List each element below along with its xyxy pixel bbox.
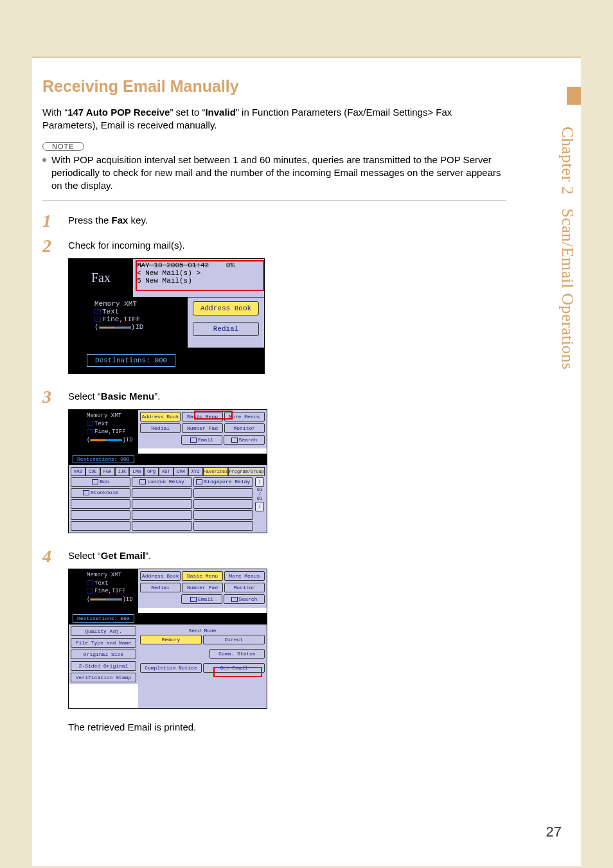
id-meter: ()ID	[94, 323, 188, 331]
scroll-up-button[interactable]: ↑	[255, 477, 264, 487]
memory-xmt: Memory XMT	[87, 571, 138, 580]
text-icon	[87, 421, 93, 426]
number-pad-button[interactable]: Number Pad	[182, 423, 222, 433]
contact-empty[interactable]	[132, 488, 191, 498]
original-size-button[interactable]: Original Size	[71, 650, 136, 659]
contact-item[interactable]: Singapore Relay	[193, 477, 253, 487]
quality-adj-button[interactable]: Quality Adj.	[71, 626, 136, 636]
basic-menu-button[interactable]: Basic Menu	[182, 571, 222, 581]
monitor-button[interactable]: Monitor	[224, 583, 265, 592]
address-book-button[interactable]: Address Book	[140, 571, 181, 581]
tab[interactable]: IJK	[115, 467, 130, 476]
meter	[90, 598, 122, 601]
destinations-box: Destinations: 000	[73, 614, 134, 623]
step-num: 3	[42, 388, 68, 406]
contact-empty[interactable]	[71, 521, 130, 531]
tab-favorites[interactable]: Favorites	[203, 467, 229, 476]
contact-item[interactable]: Bob	[71, 477, 130, 487]
note-badge: NOTE	[42, 142, 84, 151]
tab[interactable]: LMN	[129, 467, 144, 476]
step-4-tail: The retrieved Email is printed.	[68, 722, 506, 732]
figure-get-email: Memory XMT Text Fine,TIFF ()ID Address B…	[68, 569, 267, 709]
meter	[90, 439, 122, 441]
step-2: 2 Check for incoming mail(s). Fax MAY 18…	[42, 237, 506, 382]
mode-text: Text	[94, 308, 188, 315]
comm-status-button[interactable]: Comm. Status	[209, 649, 265, 659]
figure-fax-panel: Fax MAY 18 2005 01:42 0% < New Mail(s) >…	[68, 258, 265, 374]
note-text: With POP acquisition interval set betwee…	[42, 154, 506, 193]
two-sided-button[interactable]: 2-Sided Original	[71, 661, 136, 671]
mail-icon	[196, 479, 202, 484]
step-num: 1	[42, 212, 68, 230]
address-book-button[interactable]: Address Book	[193, 301, 259, 315]
page-heading: Receiving Email Manually	[42, 77, 506, 96]
tab[interactable]: CDE	[85, 467, 100, 476]
highlight-box	[194, 411, 233, 420]
number-pad-button[interactable]: Number Pad	[182, 583, 222, 592]
redial-button[interactable]: Redial	[140, 583, 181, 592]
search-button[interactable]: Search	[224, 435, 265, 445]
side-chapter: Chapter 2	[558, 127, 577, 195]
scroll-down-button[interactable]: ↓	[255, 502, 264, 511]
contact-empty[interactable]	[193, 488, 253, 498]
step-1-text: Press the Fax key.	[68, 215, 506, 226]
monitor-button[interactable]: Monitor	[224, 423, 265, 433]
memory-button[interactable]: Memory	[140, 635, 202, 644]
contact-empty[interactable]	[71, 499, 130, 509]
page-number: 27	[546, 824, 562, 840]
send-mode-label: Send Mode	[140, 628, 265, 633]
tab[interactable]: FGH	[100, 467, 115, 476]
side-tab: Chapter 2 Scan/Email Operations	[554, 87, 581, 498]
search-button[interactable]: Search	[224, 594, 265, 604]
contact-empty[interactable]	[193, 510, 253, 520]
contact-empty[interactable]	[132, 499, 191, 509]
side-section: Scan/Email Operations	[558, 208, 577, 369]
step-num: 4	[42, 547, 68, 565]
contact-empty[interactable]	[132, 521, 191, 531]
mail-icon	[92, 479, 98, 484]
step-num: 2	[42, 237, 68, 255]
grid-icon	[87, 429, 93, 434]
side-chapter-text: Chapter 2 Scan/Email Operations	[558, 127, 577, 369]
verification-stamp-button[interactable]: Verification Stamp	[71, 673, 136, 682]
email-button[interactable]: Email	[181, 594, 222, 604]
contact-empty[interactable]	[193, 521, 253, 531]
redial-button[interactable]: Redial	[140, 423, 181, 433]
content: Receiving Email Manually With “147 Auto …	[32, 58, 540, 738]
tab[interactable]: #AB	[71, 467, 85, 476]
direct-button[interactable]: Direct	[203, 635, 265, 644]
tab[interactable]: XYZ	[188, 467, 203, 476]
destinations-box: Destinations: 000	[73, 455, 134, 463]
completion-notice-button[interactable]: Completion Notice	[140, 663, 202, 673]
mail-icon	[190, 438, 197, 443]
step-2-text: Check for incoming mail(s).	[68, 240, 506, 251]
contact-item[interactable]: Stockholm	[71, 488, 130, 498]
highlight-box	[136, 260, 264, 291]
separator	[42, 200, 506, 200]
file-type-name-button[interactable]: File Type and Name	[71, 638, 136, 648]
tab[interactable]: RST	[159, 467, 173, 476]
intro-para: With “147 Auto POP Receive” set to “Inva…	[42, 106, 506, 132]
step-3-text: Select “Basic Menu”.	[68, 391, 506, 402]
mail-icon	[139, 479, 146, 484]
step-3: 3 Select “Basic Menu”. Memory XMT Text F…	[42, 388, 506, 541]
search-icon	[231, 438, 238, 443]
destinations-box: Destinations: 000	[87, 354, 175, 367]
step-4-text: Select “Get Email”.	[68, 550, 506, 561]
contact-item[interactable]: London Relay	[132, 477, 191, 487]
contact-empty[interactable]	[193, 499, 253, 509]
contact-empty[interactable]	[132, 510, 191, 520]
highlight-box	[213, 667, 262, 677]
contact-empty[interactable]	[71, 510, 130, 520]
more-menus-button[interactable]: More Menus	[224, 571, 265, 581]
text-icon	[87, 580, 93, 585]
search-icon	[231, 597, 238, 602]
text-icon	[94, 309, 101, 314]
tab-program-group[interactable]: Program/Group	[228, 467, 265, 476]
email-button[interactable]: Email	[181, 435, 222, 445]
redial-button[interactable]: Redial	[193, 322, 259, 336]
address-book-button[interactable]: Address Book	[140, 412, 181, 421]
tab[interactable]: UVW	[173, 467, 188, 476]
tab[interactable]: OPQ	[144, 467, 159, 476]
step-1: 1 Press the Fax key.	[42, 212, 506, 231]
